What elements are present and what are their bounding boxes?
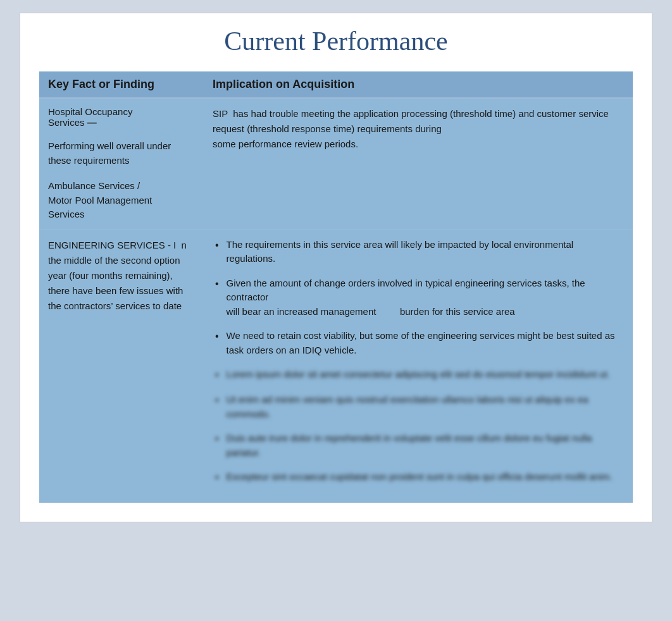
dash-symbol: — — [87, 117, 97, 128]
page-wrapper: Current Performance Key Fact or Finding … — [20, 13, 652, 522]
bullet-item: We need to retain cost viability, but so… — [213, 329, 624, 357]
key-cell-1: Hospital Occupancy Services — Performing… — [39, 98, 204, 230]
impl-cell-2: The requirements in this service area wi… — [204, 230, 633, 503]
blurred-bullet-item: Excepteur sint occaecat cupidatat non pr… — [213, 470, 624, 485]
key-cell-2: ENGINEERING SERVICES - I n the middle of… — [39, 230, 204, 503]
blurred-bullet-item: Ut enim ad minim veniam quis nostrud exe… — [213, 393, 624, 421]
table-header-row: Key Fact or Finding Implication on Acqui… — [39, 71, 633, 98]
bullet-item: Given the amount of change orders involv… — [213, 276, 624, 319]
hospital-label: Hospital Occupancy — [48, 106, 132, 117]
table-row: Hospital Occupancy Services — Performing… — [39, 98, 633, 230]
hospital-heading: Hospital Occupancy Services — — [48, 106, 195, 128]
blurred-bullet-item: Lorem ipsum dolor sit amet consectetur a… — [213, 367, 624, 383]
blurred-bullet-list: Lorem ipsum dolor sit amet consectetur a… — [213, 367, 624, 485]
main-table: Key Fact or Finding Implication on Acqui… — [39, 71, 633, 503]
impl-text-1: SIP has had trouble meeting the applicat… — [213, 108, 609, 149]
bullet-item: The requirements in this service area wi… — [213, 238, 624, 266]
performing-text: Performing well overall under these requ… — [48, 139, 195, 168]
engineering-text: ENGINEERING SERVICES - I n the middle of… — [48, 240, 187, 311]
table-row: ENGINEERING SERVICES - I n the middle of… — [39, 230, 633, 503]
impl-cell-1: SIP has had trouble meeting the applicat… — [204, 98, 633, 230]
ambulance-text: Ambulance Services /Motor Pool Managemen… — [48, 179, 195, 222]
page-title: Current Performance — [39, 26, 633, 56]
blurred-bullet-item: Duis aute irure dolor in reprehenderit i… — [213, 431, 624, 460]
services-label: Services — [48, 117, 85, 128]
col2-header: Implication on Acquisition — [204, 71, 633, 98]
bullet-list: The requirements in this service area wi… — [213, 238, 624, 358]
col1-header: Key Fact or Finding — [39, 71, 204, 98]
